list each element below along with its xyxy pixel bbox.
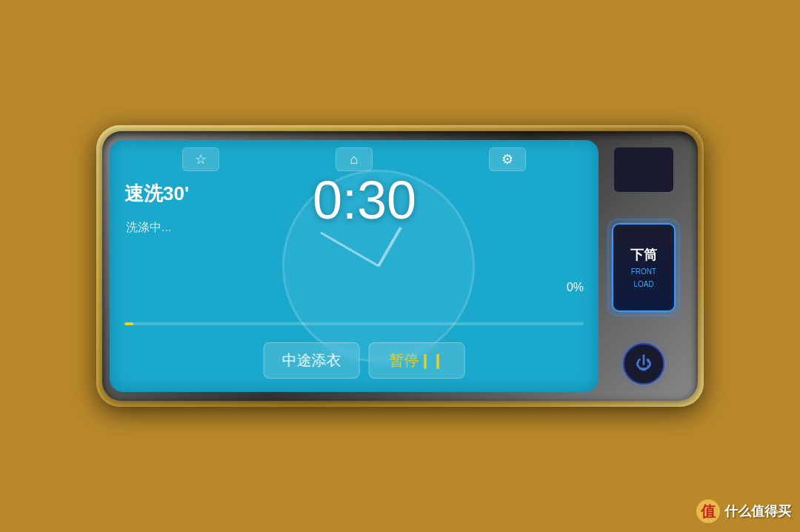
front-load-button[interactable]: 下筒 FRONT LOAD xyxy=(612,223,676,312)
add-clothes-button[interactable]: 中途添衣 xyxy=(264,342,360,379)
progress-percentage: 0% xyxy=(567,281,584,294)
progress-bar-container xyxy=(124,322,584,325)
home-button[interactable]: ⌂ xyxy=(336,147,373,171)
right-control-panel: 下筒 FRONT LOAD ⏻ xyxy=(603,140,684,392)
power-button[interactable]: ⏻ xyxy=(623,343,664,385)
front-load-label-en1: FRONT xyxy=(631,267,656,276)
watermark: 值 什么值得买 xyxy=(696,499,791,523)
appliance-bezel: ☆ ⌂ ⚙ 速洗30' 0:30 洗涤中... 0% 中途添衣 暂停❙❙ xyxy=(96,125,704,407)
status-text: 洗涤中... xyxy=(126,220,171,236)
bottom-action-buttons: 中途添衣 暂停❙❙ xyxy=(264,342,465,379)
watermark-text: 什么值得买 xyxy=(724,502,791,520)
clock-minute-hand xyxy=(320,232,379,267)
top-icon-bar: ☆ ⌂ ⚙ xyxy=(110,147,599,171)
pause-button[interactable]: 暂停❙❙ xyxy=(369,342,465,379)
settings-button[interactable]: ⚙ xyxy=(489,147,526,171)
power-icon: ⏻ xyxy=(636,354,652,373)
front-load-label-en2: LOAD xyxy=(633,279,653,289)
indicator-area xyxy=(614,147,673,192)
touchscreen-display[interactable]: ☆ ⌂ ⚙ 速洗30' 0:30 洗涤中... 0% 中途添衣 暂停❙❙ xyxy=(110,140,599,392)
watermark-badge: 值 xyxy=(696,499,720,523)
cycle-name: 速洗30' xyxy=(124,181,189,207)
progress-bar-fill xyxy=(124,322,133,325)
clock-hour-hand xyxy=(377,227,401,267)
inner-frame: ☆ ⌂ ⚙ 速洗30' 0:30 洗涤中... 0% 中途添衣 暂停❙❙ xyxy=(102,131,698,401)
timer-display: 0:30 xyxy=(313,170,416,230)
favorites-button[interactable]: ☆ xyxy=(182,147,219,171)
front-load-label-cn: 下筒 xyxy=(630,246,657,264)
